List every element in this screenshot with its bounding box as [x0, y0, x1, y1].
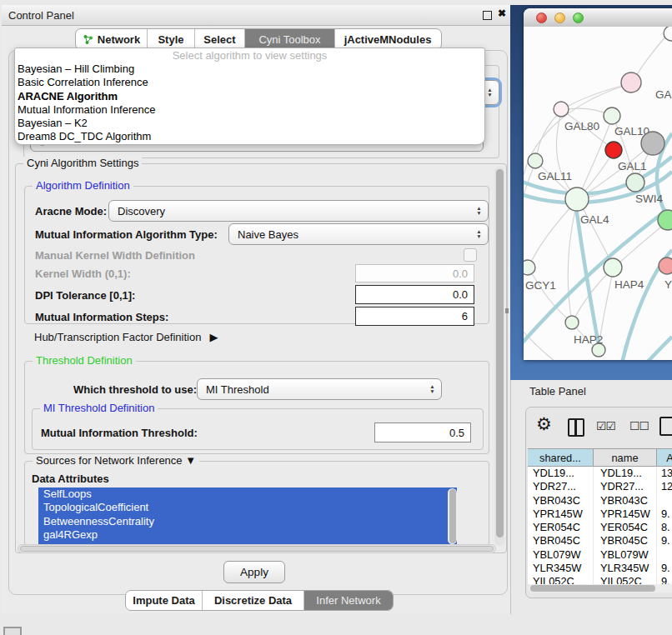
sources-group-title[interactable]: Sources for Network Inference ▼: [33, 454, 199, 467]
network-node[interactable]: [524, 260, 535, 275]
tab-network-label: Network: [98, 33, 140, 46]
network-node[interactable]: [528, 153, 543, 168]
table-cell: 12: [657, 480, 672, 493]
hub-definition-toggle[interactable]: Hub/Transcription Factor Definition ▶: [34, 329, 218, 344]
scrollbar-thumb[interactable]: [20, 546, 494, 552]
tab-cyni-toolbox[interactable]: Cyni Toolbox: [245, 29, 335, 49]
deselect-columns-icon[interactable]: ☐☐: [629, 419, 649, 432]
apply-button[interactable]: Apply: [223, 561, 285, 583]
settings-vertical-scrollbar[interactable]: [494, 167, 504, 546]
data-attribute-item[interactable]: BetweennessCentrality: [38, 515, 457, 528]
algorithm-option[interactable]: Mutual Information Inference: [15, 103, 484, 117]
table-cell: 9.: [657, 534, 672, 548]
table-cell: YBR043C: [528, 494, 594, 508]
table-row[interactable]: YDL19...YDL19...13: [528, 467, 672, 480]
settings-group-title: Cyni Algorithm Settings: [23, 157, 142, 169]
panel-splitter-handle[interactable]: [505, 308, 509, 313]
table-row[interactable]: YPR145WYPR145W9.: [528, 508, 672, 521]
tab-impute-data-label: Impute Data: [133, 594, 194, 607]
zoom-traffic-light-icon[interactable]: [573, 12, 584, 23]
bottom-left-widget[interactable]: [3, 627, 22, 635]
column-header-name[interactable]: name: [594, 449, 657, 466]
settings-horizontal-scrollbar[interactable]: [18, 544, 496, 553]
network-node[interactable]: [565, 188, 589, 211]
select-columns-checked-icon[interactable]: ☑☑: [596, 419, 615, 432]
close-window-icon[interactable]: ✖: [498, 8, 506, 19]
sources-group: Sources for Network Inference ▼ Data Att…: [24, 461, 489, 546]
scrollbar-thumb[interactable]: [496, 169, 504, 538]
network-window-titlebar[interactable]: [524, 8, 672, 28]
cyni-bottom-tabbar: Impute Data Discretize Data Infer Networ…: [125, 590, 394, 611]
network-node[interactable]: [592, 343, 605, 357]
data-attribute-item[interactable]: gal4RGexp: [38, 528, 457, 542]
network-canvas[interactable]: GAL2GAL80GAL10GAL1GAL11SWI4GAL4GCY1HAP4Y…: [524, 27, 672, 360]
expanded-arrow-icon: ▼: [185, 454, 196, 467]
data-attributes-list[interactable]: SelfLoopsTopologicalCoefficientBetweenne…: [38, 488, 457, 545]
which-threshold-label: Which threshold to use:: [73, 378, 197, 400]
network-node[interactable]: [664, 27, 672, 41]
float-window-icon[interactable]: [483, 11, 492, 20]
network-node[interactable]: [626, 173, 644, 192]
which-threshold-combobox[interactable]: MI Threshold ▲▼: [197, 378, 442, 400]
node-label: SWI4: [635, 192, 663, 205]
table-row[interactable]: YER054CYER054C8.: [528, 521, 672, 534]
column-header-partial[interactable]: A: [657, 449, 672, 466]
export-table-icon[interactable]: [659, 417, 672, 436]
tab-infer-network-label: Infer Network: [316, 594, 380, 607]
scrollbar-thumb[interactable]: [530, 585, 655, 592]
gear-icon[interactable]: ⚙: [536, 414, 552, 434]
minimize-traffic-light-icon[interactable]: [554, 12, 565, 23]
algorithm-option[interactable]: Basic Correlation Inference: [15, 76, 484, 89]
tab-discretize-data[interactable]: Discretize Data: [203, 591, 304, 610]
tab-select[interactable]: Select: [195, 29, 245, 49]
table-cell: YDR27...: [528, 480, 594, 493]
table-cell: YDL19...: [594, 467, 657, 480]
network-node[interactable]: [604, 108, 620, 124]
algorithm-option[interactable]: ARACNE Algorithm: [15, 90, 484, 103]
table-row[interactable]: YBR045CYBR045C9.: [528, 534, 672, 548]
mi-threshold-field[interactable]: 0.5: [374, 422, 471, 442]
tab-jactivemnodules[interactable]: jActiveMNodules: [335, 29, 440, 49]
mi-algorithm-type-label: Mutual Information Algorithm Type:: [35, 223, 218, 245]
network-node[interactable]: [605, 142, 622, 158]
kernel-width-field[interactable]: 0.0: [355, 264, 474, 282]
network-node[interactable]: [554, 102, 569, 117]
network-node[interactable]: [659, 258, 672, 274]
table-row[interactable]: YIL052CYIL052C9.: [528, 575, 672, 584]
mi-steps-field[interactable]: 6: [355, 307, 474, 326]
data-attribute-item[interactable]: SelfLoops: [38, 488, 457, 501]
tab-impute-data[interactable]: Impute Data: [126, 591, 203, 610]
list-vertical-scrollbar[interactable]: [448, 488, 457, 544]
mi-algorithm-type-combobox[interactable]: Naive Bayes ▲▼: [228, 223, 489, 245]
table-row[interactable]: YDR27...YDR27...12: [528, 480, 672, 493]
scrollbar-thumb[interactable]: [449, 489, 456, 543]
network-node[interactable]: [565, 316, 579, 329]
table-cell: YBR045C: [528, 534, 594, 548]
control-panel-titlebar: Control Panel ✖: [2, 5, 510, 26]
table-row[interactable]: YLR345WYLR345W9.: [528, 562, 672, 575]
tab-style[interactable]: Style: [148, 29, 195, 49]
manual-kernel-width-checkbox[interactable]: [464, 248, 477, 262]
algorithm-option[interactable]: Bayesian – K2: [15, 117, 484, 130]
network-view-window[interactable]: GAL2GAL80GAL10GAL1GAL11SWI4GAL4GCY1HAP4Y…: [524, 8, 672, 360]
dpi-tolerance-field[interactable]: 0.0: [355, 285, 474, 304]
algorithm-option[interactable]: Dream8 DC_TDC Algorithm: [15, 130, 484, 143]
node-label: GAL1: [618, 160, 647, 172]
network-node[interactable]: [604, 258, 622, 277]
split-columns-icon[interactable]: [568, 418, 584, 437]
tab-network[interactable]: Network: [76, 29, 148, 49]
table-horizontal-scrollbar[interactable]: [528, 584, 672, 592]
table-row[interactable]: YBR043CYBR043C: [528, 494, 672, 508]
table-row[interactable]: YBL079WYBL079W: [528, 548, 672, 562]
aracne-mode-combobox[interactable]: Discovery ▲▼: [108, 200, 489, 222]
network-node[interactable]: [658, 210, 672, 230]
network-edge: [632, 337, 672, 360]
network-node[interactable]: [641, 132, 664, 155]
column-header-shared-name[interactable]: shared...: [528, 449, 594, 466]
close-traffic-light-icon[interactable]: [536, 12, 547, 23]
table-cell: 8.: [657, 521, 672, 534]
network-node[interactable]: [621, 72, 641, 92]
data-attribute-item[interactable]: TopologicalCoefficient: [38, 501, 457, 514]
tab-infer-network[interactable]: Infer Network: [304, 591, 393, 610]
algorithm-option[interactable]: Bayesian – Hill Climbing: [15, 62, 484, 76]
